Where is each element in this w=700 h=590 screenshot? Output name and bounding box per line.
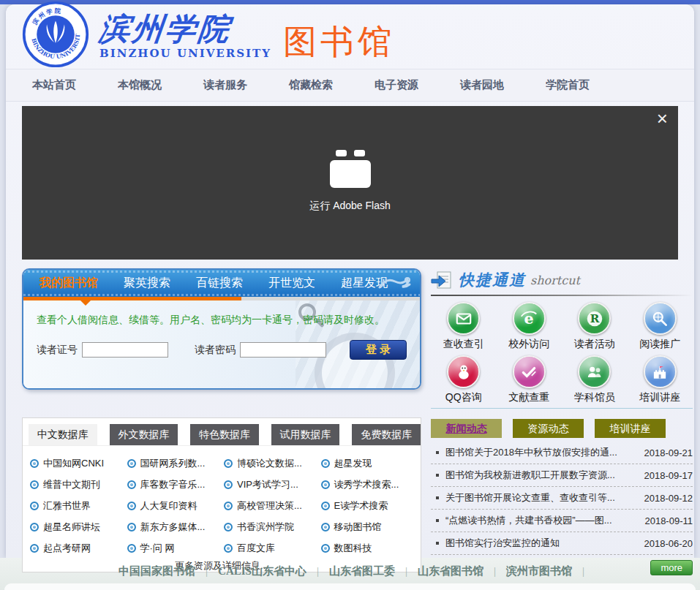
library-tab[interactable]: 开世览文 — [268, 276, 315, 291]
database-link[interactable]: 学·问 网 — [127, 537, 225, 559]
footer-link[interactable]: 山东省图工委 — [329, 565, 395, 577]
university-name-cn: 滨州学院 — [98, 14, 273, 45]
database-link[interactable]: VIP考试学习... — [224, 474, 321, 495]
database-link[interactable]: 库客数字音乐... — [127, 474, 225, 495]
news-item[interactable]: 图书馆实行治安监控的通知2018-06-20 — [431, 532, 693, 555]
record-bullet-icon — [224, 523, 233, 532]
database-link[interactable]: 新东方多媒体... — [127, 516, 225, 537]
database-link[interactable]: 百度文库 — [224, 537, 321, 559]
reader-password-input[interactable] — [240, 342, 326, 358]
database-link[interactable]: 数图科技 — [321, 537, 418, 559]
database-link[interactable]: 人大复印资料 — [127, 495, 225, 516]
footer-link[interactable]: 滨州市图书馆 — [506, 565, 572, 577]
news-tab[interactable]: 培训讲座 — [595, 419, 666, 438]
nav-item[interactable]: 学院首页 — [546, 78, 590, 92]
nav-item[interactable]: 读者园地 — [460, 78, 504, 92]
reader-password-label: 读者密码 — [195, 344, 236, 355]
news-item[interactable]: 关于图书馆开展论文查重、查收查引等...2018-09-12 — [431, 487, 693, 510]
news-tab[interactable]: 新闻动态 — [431, 419, 502, 438]
login-button[interactable]: 登 录 — [350, 340, 407, 360]
database-tab[interactable]: 中文数据库 — [29, 424, 97, 445]
database-tab[interactable]: 免费数据库 — [352, 424, 421, 445]
database-tab[interactable]: 试用数据库 — [271, 424, 340, 445]
database-link[interactable]: 书香滨州学院 — [224, 516, 321, 537]
database-link[interactable]: 国研网系列数... — [127, 453, 225, 474]
footer-link[interactable]: CALIS山东省中心 — [218, 565, 306, 577]
nav-item[interactable]: 馆藏检索 — [289, 78, 333, 92]
library-tab[interactable]: 聚英搜索 — [124, 276, 170, 291]
shortcut-label: 查收查引 — [443, 338, 484, 351]
nav-item[interactable]: 本站首页 — [32, 78, 76, 92]
news-title[interactable]: “点燃读书热情，共建书香校园”——图... — [445, 514, 636, 527]
cloud-swirl-decoration — [377, 275, 413, 292]
flash-banner: × 运行 Adobe Flash — [22, 106, 678, 260]
news-title[interactable]: 图书馆实行治安监控的通知 — [445, 537, 636, 550]
news-item[interactable]: 图书馆关于2018年中秋节放假安排的通...2018-09-21 — [431, 442, 693, 464]
database-link[interactable]: 移动图书馆 — [321, 516, 418, 537]
database-link[interactable]: 起点考研网 — [30, 537, 127, 559]
record-bullet-icon — [224, 480, 233, 489]
news-item[interactable]: “点燃读书热情，共建书香校园”——图...2018-09-11 — [431, 510, 693, 532]
footer-separator: | — [494, 565, 496, 577]
record-bullet-icon — [30, 459, 39, 468]
database-tab[interactable]: 外文数据库 — [110, 424, 178, 445]
reader-id-field-group: 读者证号 — [37, 342, 168, 358]
shortcut-item[interactable]: 查收查引 — [431, 302, 497, 351]
news-date: 2018-09-12 — [636, 493, 693, 504]
news-title[interactable]: 图书馆为我校新进教职工开展数字资源... — [445, 469, 636, 482]
shortcut-item[interactable]: 阅读推广 — [628, 302, 693, 351]
shortcut-panel: 快捷通道 shortcut 查收查引e校外访问R读者活动阅读推广QQ咨询文献查重… — [431, 268, 693, 409]
close-icon[interactable]: × — [657, 109, 668, 128]
news-title[interactable]: 关于图书馆开展论文查重、查收查引等... — [445, 491, 636, 504]
library-tab[interactable]: 百链搜索 — [196, 276, 243, 291]
news-item[interactable]: 图书馆为我校新进教职工开展数字资源...2018-09-17 — [431, 464, 693, 487]
shortcut-label: 读者活动 — [574, 338, 615, 351]
footer-link[interactable]: 中国国家图书馆 — [118, 565, 195, 577]
nav-item[interactable]: 读者服务 — [203, 78, 247, 92]
database-link[interactable]: 读秀学术搜索... — [321, 474, 418, 495]
flash-placeholder[interactable]: 运行 Adobe Flash — [22, 150, 678, 213]
shortcut-title-cn: 快捷通道 — [459, 270, 526, 290]
shortcut-item[interactable]: 培训讲座 — [628, 355, 693, 404]
library-tab[interactable]: 我的图书馆 — [39, 276, 98, 291]
shortcut-label: 阅读推广 — [639, 338, 680, 351]
reader-id-input[interactable] — [82, 342, 168, 358]
database-link[interactable]: 维普中文期刊 — [30, 474, 127, 495]
record-bullet-icon — [127, 459, 136, 468]
database-link[interactable]: 超星名师讲坛 — [30, 516, 127, 537]
shortcut-item[interactable]: QQ咨询 — [431, 355, 497, 404]
database-link[interactable]: 高校管理决策... — [224, 495, 321, 516]
nav-item[interactable]: 本馆概况 — [118, 78, 162, 92]
database-tab[interactable]: 特色数据库 — [190, 424, 259, 445]
record-bullet-icon — [321, 544, 330, 553]
database-link[interactable]: 博硕论文数据... — [224, 453, 321, 474]
database-link[interactable]: 中国知网CNKI — [30, 453, 127, 474]
news-title[interactable]: 图书馆关于2018年中秋节放假安排的通... — [445, 446, 636, 459]
shortcut-item[interactable]: 文献查重 — [497, 355, 562, 404]
news-tab[interactable]: 资源动态 — [513, 419, 584, 438]
footer-rounded-band — [4, 583, 696, 590]
flash-plugin-icon — [330, 150, 371, 188]
database-link[interactable]: 汇雅书世界 — [30, 495, 127, 516]
shortcut-grid: 查收查引e校外访问R读者活动阅读推广QQ咨询文献查重学科馆员培训讲座 — [431, 302, 693, 409]
flash-run-label[interactable]: 运行 Adobe Flash — [22, 200, 678, 213]
database-link[interactable]: 超星发现 — [321, 453, 418, 474]
record-bullet-icon — [224, 459, 233, 468]
shortcut-title-en: shortcut — [530, 273, 580, 287]
magnifier-globe-icon — [644, 302, 677, 335]
shortcut-label: 学科馆员 — [574, 391, 615, 404]
shortcut-item[interactable]: e校外访问 — [497, 302, 562, 351]
news-more-button[interactable]: more — [650, 560, 693, 575]
database-link[interactable]: E读学术搜索 — [321, 495, 418, 516]
shortcut-item[interactable]: R读者活动 — [562, 302, 628, 351]
login-form: 读者证号读者密码登 录 — [37, 340, 407, 360]
footer-link[interactable]: 山东省图书馆 — [418, 565, 483, 577]
login-form-area: 查看个人借阅信息、续借等。用户名、密码均为一卡通号，密码请及时修改。 读者证号读… — [23, 300, 420, 388]
reader-activity-icon: R — [578, 302, 611, 335]
librarian-people-icon — [578, 355, 611, 388]
nav-item[interactable]: 电子资源 — [375, 78, 418, 92]
qq-penguin-icon — [447, 355, 480, 388]
reader-password-field-group: 读者密码 — [195, 342, 326, 358]
shortcut-item[interactable]: 学科馆员 — [562, 355, 628, 404]
news-tabbar: 新闻动态资源动态培训讲座 — [431, 419, 693, 438]
